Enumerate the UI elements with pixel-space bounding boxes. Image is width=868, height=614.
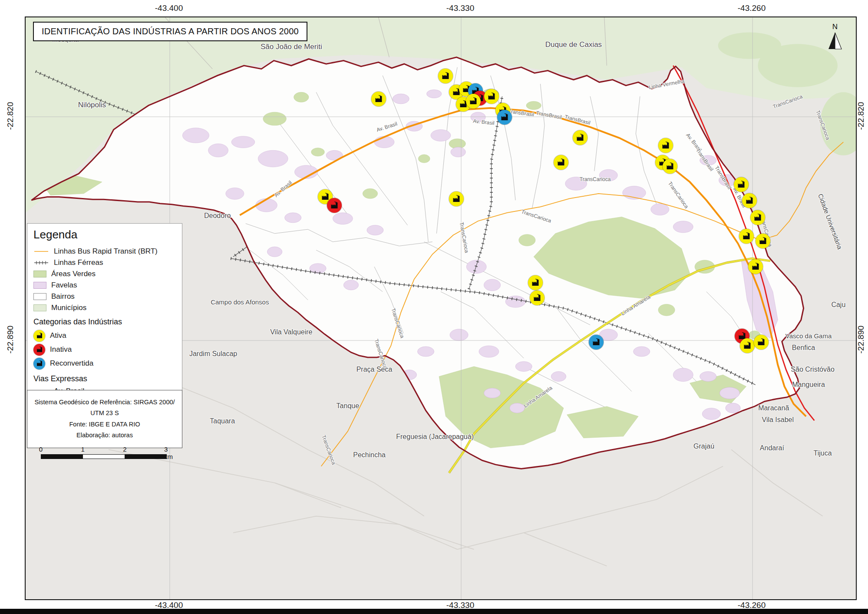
place-label: Pechincha [353,451,386,459]
factory-icon [374,95,383,103]
industry-marker-ativa [734,177,749,192]
place-label: Taquara [210,417,235,425]
place-label: Tanque [337,402,360,410]
industry-marker-ativa [438,69,453,83]
grid-label-lon-top-2: -43.330 [446,3,474,13]
place-label: Campo dos Afonsos [211,298,269,306]
legend-item-label: Municípios [51,304,86,312]
scale-bar: 0 1 2 3 km [41,446,167,459]
factory-icon [743,341,752,350]
industry-marker-inativa [327,198,342,213]
industry-marker-ativa [528,275,543,290]
industry-marker-ativa [739,229,754,244]
scale-tick-1: 1 [81,446,84,453]
title-box: IDENTIFICAÇÃO DAS INDÚSTRIAS A PARTIR DO… [33,22,307,41]
factory-icon [469,97,478,106]
place-label: Freguesia (Jacarepaguá) [396,433,474,441]
factory-icon [531,278,540,287]
factory-icon [330,201,339,210]
brt-line-swatch [33,248,49,255]
factory-icon [487,92,496,101]
info-line-utm: UTM 23 S [30,408,179,419]
place-label: Maracanã [758,404,789,412]
industry-marker-ativa [554,155,568,170]
place-label: Vila Valqueire [270,328,312,336]
info-line-datum: Sistema Geodésico de Referência: SIRGAS … [30,397,179,408]
factory-icon [592,338,601,347]
grid-label-lat-left-2: -22.890 [6,326,15,353]
industry-marker-reconvertida [497,110,512,125]
industry-marker-ativa [750,210,765,225]
north-arrow: N [825,23,845,53]
place-label: Tijuca [813,449,832,457]
grid-label-lon-top-3: -43.260 [738,3,766,13]
info-box: Sistema Geodésico de Referência: SIRGAS … [27,390,182,448]
ativa-marker-swatch [33,330,45,342]
factory-icon [742,232,751,241]
scale-tick-0: 0 [39,446,43,453]
bairros-swatch [33,293,46,300]
legend-item-4: Bairros [33,291,176,302]
industry-marker-ativa [449,191,464,206]
industry-marker-ativa [484,89,499,104]
info-line-source: Fonte: IBGE E DATA RIO [30,419,179,430]
legend-item-label: Linhas Férreas [54,258,103,267]
grid-label-lon-top-1: -43.400 [155,3,183,13]
factory-icon [533,294,541,302]
factory-icon [557,158,565,167]
industry-marker-ativa [756,234,770,248]
place-label: Praça Seca [356,366,393,373]
place-label: Vasco da Gama [785,332,832,339]
factory-icon [36,332,43,339]
place-label: São Cristóvão [791,366,835,373]
industry-marker-ativa [748,259,763,274]
factory-icon [452,195,461,203]
legend-item-5: Municípios [33,302,176,314]
bottom-black-strip [0,609,868,614]
industry-marker-ativa [466,94,481,109]
factory-icon [500,113,509,122]
legend-category-label: Inativa [50,345,72,354]
north-arrow-icon [826,32,844,51]
industry-marker-ativa [371,92,386,106]
scale-tick-2: 2 [123,446,126,453]
place-label: Deodoro [204,212,231,220]
factory-icon [441,72,450,80]
place-label: Benfica [792,344,815,352]
reconvertida-marker-swatch [33,358,45,370]
municipios-swatch [33,304,46,311]
factory-icon [757,338,766,347]
legend-title: Legenda [33,228,176,241]
map-layout-page: -43.400 -43.330 -43.260 -43.400 -43.330 … [0,0,868,614]
industry-marker-reconvertida [589,335,604,350]
legend-category-label: Ativa [50,331,66,340]
factory-icon [661,141,670,150]
industry-marker-ativa [663,159,677,174]
inativa-marker-swatch [33,344,45,356]
favelas-swatch [33,282,46,289]
scale-bar-boxes [41,454,167,459]
factory-icon [36,360,43,367]
legend-item-label: Favelas [51,281,77,290]
info-line-authors: Elaboração: autoras [30,430,179,441]
legend-item-2: Áreas Verdes [33,268,176,280]
road-label: TransCarioca [580,176,611,182]
factory-icon [759,237,767,245]
factory-icon [745,196,754,205]
legend-item-3: Favelas [33,280,176,291]
grid-label-lat-right-2: -22.890 [856,326,866,353]
place-label: São João de Meriti [261,43,322,51]
place-label: Caju [831,301,845,309]
place-label: Jardim Sulacap [189,350,237,358]
place-label: Vila Isabel [762,416,794,424]
legend-category-reconvertida: Reconvertida [33,357,176,370]
industry-marker-ativa [658,138,673,153]
railway-swatch [33,259,49,266]
map-title: IDENTIFICAÇÃO DAS INDÚSTRIAS A PARTIR DO… [42,26,299,36]
factory-icon [751,262,760,271]
legend-item-label: Áreas Verdes [51,270,96,278]
legend-item-0: Linhas Bus Rapid Transit (BRT) [33,246,176,257]
industry-marker-ativa [742,193,757,208]
place-label: Andaraí [760,444,784,452]
industry-marker-ativa [573,130,587,145]
